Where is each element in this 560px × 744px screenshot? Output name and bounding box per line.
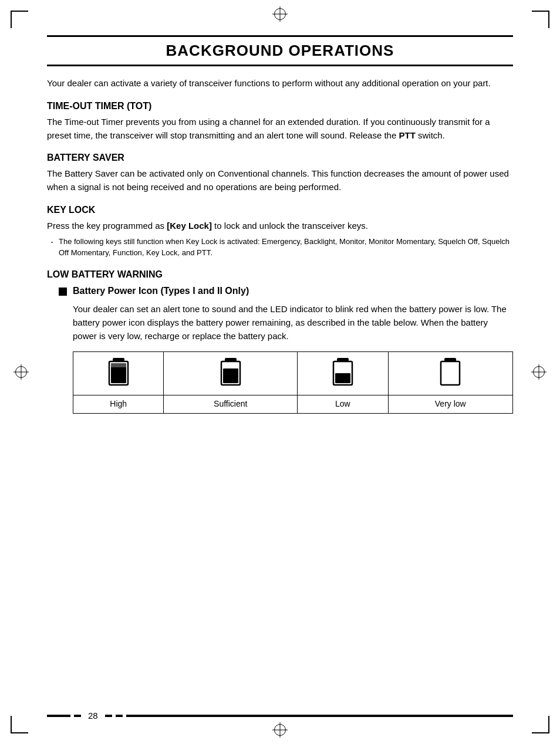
battery-saver-heading: BATTERY SAVER bbox=[47, 153, 513, 163]
ptt-bold: PTT bbox=[399, 130, 415, 140]
page-container: BACKGROUND OPERATIONS Your dealer can ac… bbox=[0, 0, 560, 744]
center-mark-bottom bbox=[274, 724, 286, 736]
page-title-wrapper: BACKGROUND OPERATIONS bbox=[47, 35, 513, 66]
svg-rect-9 bbox=[335, 373, 350, 383]
battery-high-label: High bbox=[73, 395, 164, 413]
sub-heading-row: Battery Power Icon (Types I and II Only) bbox=[59, 286, 513, 296]
footer-line-5 bbox=[126, 715, 513, 717]
footer-line-1 bbox=[47, 715, 70, 717]
battery-sufficient-label: Sufficient bbox=[164, 395, 298, 413]
content-area: Your dealer can activate a variety of tr… bbox=[47, 77, 513, 414]
battery-3q-icon-cell bbox=[164, 351, 298, 395]
battery-half-icon-cell bbox=[298, 351, 388, 395]
side-cross-right bbox=[533, 366, 545, 378]
key-lock-heading: KEY LOCK bbox=[47, 205, 513, 215]
battery-very-low-label: Very low bbox=[388, 395, 513, 413]
low-battery-heading: LOW BATTERY WARNING bbox=[47, 269, 513, 280]
key-lock-text: Press the key programmed as [Key Lock] t… bbox=[47, 219, 513, 232]
battery-half-icon bbox=[332, 358, 353, 388]
battery-sub-section: Battery Power Icon (Types I and II Only)… bbox=[47, 286, 513, 414]
key-lock-bullet: The following keys still function when K… bbox=[47, 236, 513, 259]
footer-line-2 bbox=[74, 715, 81, 717]
side-cross-left bbox=[15, 366, 27, 378]
corner-mark-tr bbox=[532, 11, 549, 28]
section-low-battery: LOW BATTERY WARNING Battery Power Icon (… bbox=[47, 269, 513, 414]
corner-mark-br bbox=[532, 716, 549, 733]
footer-line-4 bbox=[116, 715, 123, 717]
footer-page-number: 28 bbox=[88, 711, 98, 721]
battery-label-row: High Sufficient Low Very low bbox=[73, 395, 513, 413]
section-key-lock: KEY LOCK Press the key programmed as [Ke… bbox=[47, 205, 513, 259]
time-out-timer-heading: TIME-OUT TIMER (TOT) bbox=[47, 101, 513, 111]
corner-mark-bl bbox=[11, 716, 28, 733]
battery-saver-text: The Battery Saver can be activated only … bbox=[47, 167, 513, 194]
battery-low-label: Low bbox=[298, 395, 388, 413]
battery-full-icon bbox=[108, 358, 129, 388]
svg-rect-6 bbox=[223, 368, 238, 383]
corner-mark-tl bbox=[11, 11, 28, 28]
battery-empty-icon bbox=[440, 358, 461, 388]
battery-table: High Sufficient Low Very low bbox=[73, 351, 513, 414]
page-title: BACKGROUND OPERATIONS bbox=[47, 42, 513, 60]
section-time-out-timer: TIME-OUT TIMER (TOT) The Time-out Timer … bbox=[47, 101, 513, 143]
section-battery-saver: BATTERY SAVER The Battery Saver can be a… bbox=[47, 153, 513, 194]
footer-line-3 bbox=[105, 715, 112, 717]
battery-icon-heading: Battery Power Icon (Types I and II Only) bbox=[73, 286, 249, 296]
battery-empty-icon-cell bbox=[388, 351, 513, 395]
svg-rect-11 bbox=[441, 361, 460, 385]
page-footer: 28 bbox=[47, 711, 513, 721]
time-out-timer-text: The Time-out Timer prevents you from usi… bbox=[47, 115, 513, 143]
battery-icon-row bbox=[73, 351, 513, 395]
svg-rect-3 bbox=[111, 363, 126, 367]
battery-full-icon-cell bbox=[73, 351, 164, 395]
battery-icon-text: Your dealer can set an alert tone to sou… bbox=[59, 302, 513, 343]
key-lock-bold: [Key Lock] bbox=[167, 221, 212, 231]
battery-3q-icon bbox=[220, 358, 241, 388]
intro-text: Your dealer can activate a variety of tr… bbox=[47, 77, 513, 90]
black-square-icon bbox=[59, 288, 67, 296]
center-mark-top bbox=[274, 8, 286, 20]
